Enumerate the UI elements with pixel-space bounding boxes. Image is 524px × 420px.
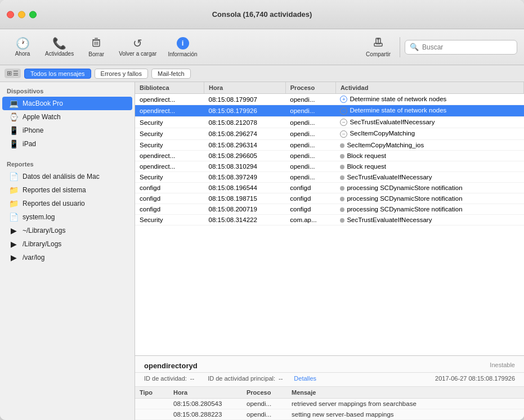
table-row[interactable]: Security 08:15:08.397249 opendi... SecTr…: [135, 171, 524, 182]
cell-library: configd: [135, 193, 204, 204]
folder4-icon: ▶: [9, 240, 18, 249]
indicator-dot: [340, 207, 344, 212]
toolbar-informacion[interactable]: i Información: [163, 35, 201, 60]
sidebar-item-librarylogs2[interactable]: ▶ /Library/Logs: [2, 237, 132, 251]
table-row[interactable]: configd 08:15:08.200719 configd processi…: [135, 204, 524, 214]
activity-id-value: --: [190, 375, 194, 382]
filter-errores[interactable]: Errores y fallos: [95, 69, 148, 79]
folder2-icon: 📁: [9, 199, 18, 208]
col-activity-header[interactable]: Actividad: [335, 82, 523, 94]
log-area: Biblioteca Hora Proceso Actividad opendi…: [135, 82, 524, 420]
detail-col-hora: Hora: [169, 387, 242, 399]
minimize-button[interactable]: [18, 11, 25, 18]
detail-cell-hora: 08:15:08.288223: [169, 409, 242, 420]
share-icon: [373, 37, 384, 49]
cell-time: 08:15:08.198715: [204, 193, 286, 204]
folder5-icon: ▶: [9, 253, 18, 262]
toolbar-actividades[interactable]: 📞 Actividades: [41, 35, 78, 59]
cell-time: 08:15:08.179907: [204, 94, 286, 105]
sidebar-item-datos[interactable]: 📄 Datos del análisis de Mac: [2, 170, 132, 183]
cell-library: opendirect...: [135, 94, 204, 105]
sidebar-item-sistema[interactable]: 📁 Reportes del sistema: [2, 183, 132, 197]
filter-toggle[interactable]: ⊞ ☰: [5, 69, 21, 78]
cell-process: opendi...: [285, 128, 335, 139]
toolbar-separator: [400, 37, 400, 57]
search-icon: 🔍: [410, 43, 419, 51]
toolbar: 🕐 Ahora 📞 Actividades Borrar ↺ Vol: [0, 29, 524, 65]
cell-library: Security: [135, 214, 204, 225]
table-row[interactable]: configd 08:15:08.198715 configd processi…: [135, 193, 524, 204]
cell-activity: SecTrustEvaluateIfNecessary: [335, 214, 523, 225]
detail-col-proceso: Proceso: [242, 387, 287, 399]
log-table-wrapper[interactable]: Biblioteca Hora Proceso Actividad opendi…: [135, 82, 524, 355]
detail-cell-proceso: opendi...: [242, 399, 287, 409]
toolbar-borrar[interactable]: Borrar: [80, 34, 112, 60]
cell-time: 08:15:08.296605: [204, 150, 286, 161]
sidebar-item-iphone[interactable]: 📱 iPhone: [2, 124, 132, 137]
table-row[interactable]: opendirect... 08:15:08.179926 opendi... …: [135, 105, 524, 116]
detail-cell-proceso: opendi...: [242, 409, 287, 420]
detail-col-tipo: Tipo: [135, 387, 169, 399]
table-row[interactable]: Security 08:15:08.296314 opendi... SecIt…: [135, 139, 524, 150]
cell-library: Security: [135, 116, 204, 128]
cell-library: Security: [135, 128, 204, 139]
table-row[interactable]: Security 08:15:08.314222 com.ap... SecTr…: [135, 214, 524, 225]
log-table: Biblioteca Hora Proceso Actividad opendi…: [135, 82, 524, 225]
cell-activity: −SecTrustEvaluateIfNecessary: [335, 116, 523, 128]
indicator-dot: [340, 218, 344, 223]
table-row[interactable]: opendirect... 08:15:08.179907 opendi... …: [135, 94, 524, 105]
sidebar-item-librarylogs[interactable]: ▶ ~/Library/Logs: [2, 224, 132, 237]
toolbar-compartir-label: Compartir: [366, 51, 391, 57]
watch-icon: ⌚: [9, 112, 18, 121]
cell-library: Security: [135, 139, 204, 150]
detail-sub-row: 08:15:08.288223 opendi... setting new se…: [135, 409, 524, 420]
cell-time: 08:15:08.296274: [204, 128, 286, 139]
detail-sub-row: 08:15:08.280543 opendi... retrieved serv…: [135, 399, 524, 409]
sidebar-iphone-label: iPhone: [23, 127, 43, 134]
sidebar-item-varlog[interactable]: ▶ /var/log: [2, 251, 132, 264]
indicator-dot: [340, 197, 344, 201]
filter-todos[interactable]: Todos los mensajes: [24, 69, 91, 79]
log-table-body: opendirect... 08:15:08.179907 opendi... …: [135, 94, 524, 225]
cell-library: Security: [135, 171, 204, 182]
info-icon: i: [177, 37, 189, 49]
toolbar-ahora[interactable]: 🕐 Ahora: [7, 35, 38, 59]
titlebar: Consola (16,740 actividades): [0, 0, 524, 29]
table-row[interactable]: Security 08:15:08.296274 opendi... −SecI…: [135, 128, 524, 139]
detail-meta: ID de actividad: -- ID de actividad prin…: [135, 373, 524, 387]
detail-title: opendirectoryd: [144, 362, 198, 370]
laptop-icon: 💻: [9, 99, 18, 108]
col-time-header[interactable]: Hora: [204, 82, 286, 94]
detail-header: opendirectoryd Inestable: [135, 356, 524, 373]
toolbar-volver[interactable]: ↺ Volver a cargar: [114, 35, 161, 59]
sidebar-sistema-label: Reportes del sistema: [23, 186, 86, 194]
filter-mail[interactable]: Mail-fetch: [151, 69, 191, 79]
cell-process: configd: [285, 193, 335, 204]
doc-icon: 📄: [9, 172, 18, 181]
window-title: Consola (16,740 actividades): [212, 10, 312, 19]
svg-rect-8: [374, 43, 382, 46]
toolbar-compartir[interactable]: Compartir: [361, 34, 395, 60]
detail-sub-body: 08:15:08.280543 opendi... retrieved serv…: [135, 399, 524, 420]
table-row[interactable]: opendirect... 08:15:08.296605 opendi... …: [135, 150, 524, 161]
sidebar-item-applewatch[interactable]: ⌚ Apple Watch: [2, 110, 132, 124]
close-button[interactable]: [7, 11, 14, 18]
sidebar-item-macbook[interactable]: 💻 MacBook Pro: [2, 97, 132, 110]
sidebar-varlog-label: /var/log: [23, 254, 44, 261]
detail-cell-tipo: [135, 399, 169, 409]
cell-process: configd: [285, 182, 335, 193]
col-process-header[interactable]: Proceso: [285, 82, 335, 94]
detail-cell-tipo: [135, 409, 169, 420]
sidebar-item-ipad[interactable]: 📱 iPad: [2, 137, 132, 151]
search-input[interactable]: [422, 43, 512, 51]
col-library-header[interactable]: Biblioteca: [135, 82, 204, 94]
search-box[interactable]: 🔍: [405, 40, 517, 55]
maximize-button[interactable]: [29, 11, 37, 18]
cell-activity: processing SCDynamicStore notification: [335, 204, 523, 214]
table-row[interactable]: Security 08:15:08.212078 opendi... −SecT…: [135, 116, 524, 128]
table-row[interactable]: opendirect... 08:15:08.310294 opendi... …: [135, 161, 524, 171]
table-row[interactable]: configd 08:15:08.196544 configd processi…: [135, 182, 524, 193]
sidebar-item-systemlog[interactable]: 📄 system.log: [2, 210, 132, 224]
detalles-link[interactable]: Detalles: [294, 375, 316, 382]
sidebar-item-usuario[interactable]: 📁 Reportes del usuario: [2, 197, 132, 210]
